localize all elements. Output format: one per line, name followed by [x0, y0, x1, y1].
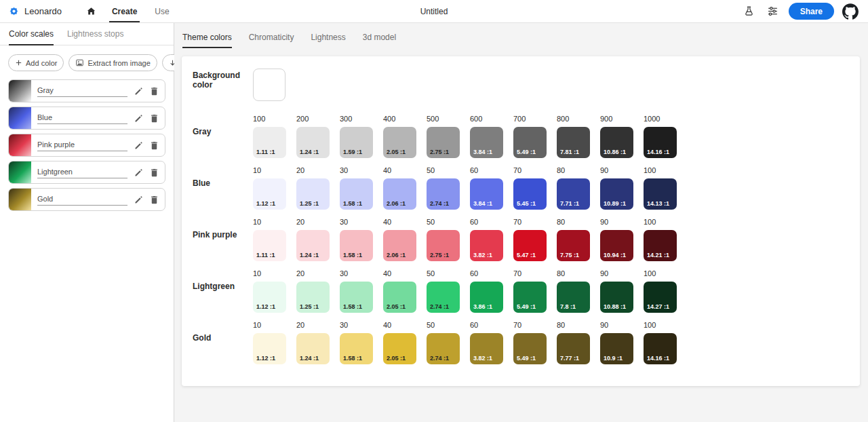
swatch-box: 1.24 :1 — [296, 230, 330, 261]
tab-lightness[interactable]: Lightness — [311, 33, 345, 48]
color-scale-item[interactable]: Lightgreen — [8, 161, 165, 184]
swatch: 70 5.49 :1 — [513, 321, 547, 364]
swatch: 40 2.05 :1 — [383, 321, 416, 364]
main-tabs: Theme colors Chromaticity Lightness 3d m… — [182, 23, 860, 48]
swatch-step-label: 70 — [513, 218, 547, 227]
tab-color-scales[interactable]: Color scales — [9, 23, 54, 45]
tab-create[interactable]: Create — [103, 0, 146, 22]
tab-3d-model[interactable]: 3d model — [363, 33, 396, 48]
color-gradient-swatch — [9, 107, 31, 130]
color-scale-item[interactable]: Gold — [8, 188, 165, 211]
tab-lightness-stops[interactable]: Lightness stops — [67, 23, 123, 45]
delete-icon[interactable] — [149, 140, 159, 151]
home-icon[interactable] — [79, 0, 103, 22]
color-name-input[interactable]: Gold — [37, 194, 127, 206]
document-title: Untitled — [420, 0, 448, 23]
settings-sliders-icon[interactable] — [765, 3, 781, 20]
edit-icon[interactable] — [134, 195, 144, 205]
add-color-button[interactable]: Add color — [8, 54, 64, 71]
swatch: 60 3.82 :1 — [470, 321, 503, 364]
swatch-contrast-ratio: 2.75 :1 — [430, 149, 449, 155]
image-icon — [75, 58, 84, 67]
swatch-contrast-ratio: 2.05 :1 — [387, 355, 406, 362]
swatch-box: 3.82 :1 — [470, 333, 503, 364]
edit-icon[interactable] — [134, 168, 144, 178]
swatch-box: 1.11 :1 — [253, 127, 286, 158]
theme-color-row: Lightgreen 10 1.12 :1 20 1.25 :1 30 1.58… — [193, 269, 849, 313]
edit-icon[interactable] — [134, 140, 144, 151]
swatch-contrast-ratio: 10.94 :1 — [604, 252, 626, 258]
theme-color-row: Gray 100 1.11 :1 200 1.24 :1 300 1.59 :1… — [193, 115, 849, 158]
github-icon[interactable] — [842, 3, 859, 20]
swatch-box: 7.71 :1 — [557, 178, 590, 210]
swatch-contrast-ratio: 14.21 :1 — [647, 252, 669, 258]
delete-icon[interactable] — [149, 168, 159, 178]
swatch: 80 7.75 :1 — [557, 218, 590, 261]
swatch-step-label: 50 — [427, 166, 460, 175]
edit-icon[interactable] — [134, 86, 144, 96]
swatch-box: 14.16 :1 — [644, 333, 677, 364]
swatch-step-label: 30 — [340, 166, 373, 175]
row-label: Lightgreen — [193, 269, 253, 313]
swatch-step-label: 70 — [513, 269, 547, 278]
swatch-contrast-ratio: 1.11 :1 — [256, 149, 275, 155]
swatch-step-label: 80 — [557, 269, 590, 278]
flask-icon[interactable] — [741, 3, 757, 20]
swatch: 30 1.58 :1 — [340, 218, 373, 261]
color-scale-item[interactable]: Gray — [8, 79, 165, 102]
swatch: 300 1.59 :1 — [340, 115, 373, 158]
swatch-box: 7.75 :1 — [557, 230, 590, 261]
swatch-contrast-ratio: 5.45 :1 — [517, 200, 536, 207]
swatch-box: 1.59 :1 — [340, 127, 373, 158]
swatch: 70 5.49 :1 — [513, 269, 547, 313]
delete-icon[interactable] — [149, 86, 159, 96]
extract-from-image-button[interactable]: Extract from image — [68, 54, 157, 71]
swatch: 50 2.74 :1 — [427, 269, 460, 313]
swatch-step-label: 10 — [253, 218, 286, 227]
tab-chromaticity[interactable]: Chromaticity — [249, 33, 294, 48]
swatch-step-label: 10 — [253, 269, 286, 278]
swatch-step-label: 50 — [427, 269, 460, 278]
top-bar: Leonardo Create Use Untitled Share — [0, 0, 868, 23]
theme-color-row: Pink purple 10 1.11 :1 20 1.24 :1 30 1.5… — [193, 218, 849, 261]
swatch-contrast-ratio: 7.81 :1 — [560, 149, 579, 155]
delete-icon[interactable] — [149, 113, 159, 123]
color-gradient-swatch — [9, 161, 31, 184]
swatch: 30 1.58 :1 — [340, 166, 373, 210]
share-button[interactable]: Share — [789, 3, 834, 20]
color-name-input[interactable]: Lightgreen — [37, 167, 127, 178]
color-name-input[interactable]: Pink purple — [37, 140, 127, 151]
swatch-contrast-ratio: 1.58 :1 — [343, 252, 362, 258]
swatch: 20 1.24 :1 — [296, 218, 330, 261]
swatch-box: 2.74 :1 — [427, 178, 460, 210]
background-color-row: Background color — [193, 69, 849, 101]
theme-colors-card: Background color Gray 100 1.11 :1 200 1.… — [182, 56, 860, 386]
leonardo-logo[interactable]: Leonardo — [8, 0, 62, 22]
swatch-box: 1.11 :1 — [253, 230, 286, 261]
color-name-input[interactable]: Blue — [37, 113, 127, 124]
swatch-step-label: 20 — [296, 321, 330, 330]
tab-use[interactable]: Use — [146, 0, 178, 22]
swatch: 100 14.21 :1 — [644, 218, 677, 261]
swatch: 100 14.27 :1 — [644, 269, 677, 313]
topbar-actions: Share — [741, 0, 859, 22]
swatch-box: 1.25 :1 — [296, 178, 330, 210]
edit-icon[interactable] — [134, 113, 144, 123]
swatch-box: 1.12 :1 — [253, 282, 286, 313]
swatch: 20 1.25 :1 — [296, 269, 330, 313]
row-swatches: 10 1.12 :1 20 1.25 :1 30 1.58 :1 40 2.06… — [253, 166, 677, 210]
swatch-box: 10.86 :1 — [600, 127, 633, 158]
swatch-step-label: 100 — [644, 321, 677, 330]
swatch: 80 7.77 :1 — [557, 321, 590, 364]
delete-icon[interactable] — [149, 195, 159, 205]
swatch: 30 1.58 :1 — [340, 321, 373, 364]
swatch-contrast-ratio: 2.05 :1 — [387, 149, 406, 155]
tab-theme-colors[interactable]: Theme colors — [182, 33, 232, 48]
swatch-box: 1.24 :1 — [296, 333, 330, 364]
swatch-contrast-ratio: 1.59 :1 — [343, 149, 362, 155]
sidebar-tabs: Color scales Lightness stops — [0, 23, 174, 45]
color-scale-item[interactable]: Pink purple — [8, 134, 165, 157]
color-scale-item[interactable]: Blue — [8, 107, 165, 130]
swatch: 30 1.58 :1 — [340, 269, 373, 313]
color-name-input[interactable]: Gray — [37, 85, 127, 97]
